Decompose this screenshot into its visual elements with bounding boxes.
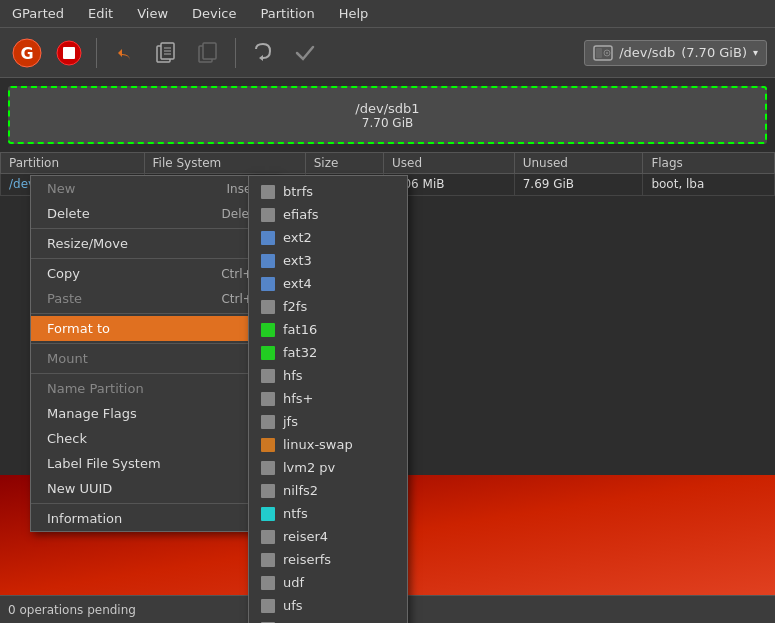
ctx-new[interactable]: New Insert	[31, 176, 277, 201]
device-label: /dev/sdb	[619, 45, 675, 60]
submenu-item-linux-swap[interactable]: linux-swap	[249, 433, 407, 456]
disk-icon	[593, 45, 613, 61]
menu-help[interactable]: Help	[335, 4, 373, 23]
ctx-format[interactable]: Format to ▶	[31, 316, 277, 341]
device-size: (7.70 GiB)	[681, 45, 747, 60]
fs-color-dot	[261, 300, 275, 314]
apply-btn[interactable]	[286, 34, 324, 72]
fs-color-dot	[261, 415, 275, 429]
menu-view[interactable]: View	[133, 4, 172, 23]
fs-color-dot	[261, 438, 275, 452]
menubar: GParted Edit View Device Partition Help	[0, 0, 775, 28]
submenu-item-ntfs[interactable]: ntfs	[249, 502, 407, 525]
submenu-item-xfs[interactable]: xfs	[249, 617, 407, 623]
fs-label: fat16	[283, 322, 317, 337]
fs-color-dot	[261, 254, 275, 268]
context-menu: New Insert Delete Delete Resize/Move Cop…	[30, 175, 278, 532]
submenu-item-fat32[interactable]: fat32	[249, 341, 407, 364]
fs-color-dot	[261, 208, 275, 222]
status-text: 0 operations pending	[8, 603, 136, 617]
toolbar-separator-1	[96, 38, 97, 68]
ctx-new-uuid-label: New UUID	[47, 481, 112, 496]
disk-visual: /dev/sdb1 7.70 GiB	[8, 86, 767, 144]
fs-color-dot	[261, 507, 275, 521]
ctx-mount[interactable]: Mount	[31, 346, 277, 371]
submenu-item-ufs[interactable]: ufs	[249, 594, 407, 617]
undo2-btn[interactable]	[244, 34, 282, 72]
ctx-new-uuid[interactable]: New UUID	[31, 476, 277, 501]
ctx-resize[interactable]: Resize/Move	[31, 231, 277, 256]
submenu-item-btrfs[interactable]: btrfs	[249, 180, 407, 203]
fs-color-dot	[261, 530, 275, 544]
submenu-item-udf[interactable]: udf	[249, 571, 407, 594]
undo-btn[interactable]	[105, 34, 143, 72]
submenu-item-reiserfs[interactable]: reiserfs	[249, 548, 407, 571]
ctx-sep-2	[31, 258, 277, 259]
fs-label: efiafs	[283, 207, 319, 222]
menu-device[interactable]: Device	[188, 4, 240, 23]
fs-color-dot	[261, 369, 275, 383]
paste-btn[interactable]	[189, 34, 227, 72]
submenu-item-hfs+[interactable]: hfs+	[249, 387, 407, 410]
col-unused: Unused	[514, 153, 643, 174]
device-selector[interactable]: /dev/sdb (7.70 GiB) ▾	[584, 40, 767, 66]
ctx-sep-5	[31, 373, 277, 374]
ctx-sep-6	[31, 503, 277, 504]
fs-label: btrfs	[283, 184, 313, 199]
submenu-item-nilfs2[interactable]: nilfs2	[249, 479, 407, 502]
fs-color-dot	[261, 277, 275, 291]
fs-color-dot	[261, 392, 275, 406]
menu-partition[interactable]: Partition	[257, 4, 319, 23]
gparted-icon-btn[interactable]: G	[8, 34, 46, 72]
svg-text:G: G	[20, 44, 33, 63]
fs-label: reiserfs	[283, 552, 331, 567]
submenu-item-f2fs[interactable]: f2fs	[249, 295, 407, 318]
submenu-item-jfs[interactable]: jfs	[249, 410, 407, 433]
ctx-format-label: Format to	[47, 321, 110, 336]
fs-label: udf	[283, 575, 304, 590]
submenu-item-lvm2-pv[interactable]: lvm2 pv	[249, 456, 407, 479]
menu-gparted[interactable]: GParted	[8, 4, 68, 23]
ctx-paste[interactable]: Paste Ctrl+V	[31, 286, 277, 311]
format-submenu: btrfsefiafsext2ext3ext4f2fsfat16fat32hfs…	[248, 175, 408, 623]
ctx-copy[interactable]: Copy Ctrl+C	[31, 261, 277, 286]
col-size: Size	[305, 153, 383, 174]
ctx-label-fs-label: Label File System	[47, 456, 161, 471]
ctx-name-partition-label: Name Partition	[47, 381, 144, 396]
svg-rect-12	[596, 48, 602, 58]
fs-color-dot	[261, 461, 275, 475]
ctx-manage-flags[interactable]: Manage Flags	[31, 401, 277, 426]
ctx-delete[interactable]: Delete Delete	[31, 201, 277, 226]
ctx-copy-label: Copy	[47, 266, 80, 281]
submenu-item-ext4[interactable]: ext4	[249, 272, 407, 295]
ctx-name-partition[interactable]: Name Partition	[31, 376, 277, 401]
submenu-item-fat16[interactable]: fat16	[249, 318, 407, 341]
col-used: Used	[384, 153, 515, 174]
submenu-item-reiser4[interactable]: reiser4	[249, 525, 407, 548]
col-partition: Partition	[1, 153, 145, 174]
toolbar: G	[0, 28, 775, 78]
fs-label: ext2	[283, 230, 312, 245]
ctx-check[interactable]: Check	[31, 426, 277, 451]
fs-color-dot	[261, 346, 275, 360]
ctx-label-fs[interactable]: Label File System	[31, 451, 277, 476]
ctx-information[interactable]: Information	[31, 506, 277, 531]
ctx-delete-label: Delete	[47, 206, 90, 221]
fs-label: fat32	[283, 345, 317, 360]
submenu-item-ext3[interactable]: ext3	[249, 249, 407, 272]
ctx-sep-1	[31, 228, 277, 229]
ctx-check-label: Check	[47, 431, 87, 446]
ctx-resize-label: Resize/Move	[47, 236, 128, 251]
svg-rect-10	[203, 43, 216, 59]
submenu-item-ext2[interactable]: ext2	[249, 226, 407, 249]
col-filesystem: File System	[144, 153, 305, 174]
submenu-item-efiafs[interactable]: efiafs	[249, 203, 407, 226]
fs-label: ntfs	[283, 506, 308, 521]
stop-icon-btn[interactable]	[50, 34, 88, 72]
ctx-sep-4	[31, 343, 277, 344]
submenu-item-hfs[interactable]: hfs	[249, 364, 407, 387]
fs-label: hfs+	[283, 391, 313, 406]
menu-edit[interactable]: Edit	[84, 4, 117, 23]
fs-color-dot	[261, 484, 275, 498]
copy-btn[interactable]	[147, 34, 185, 72]
